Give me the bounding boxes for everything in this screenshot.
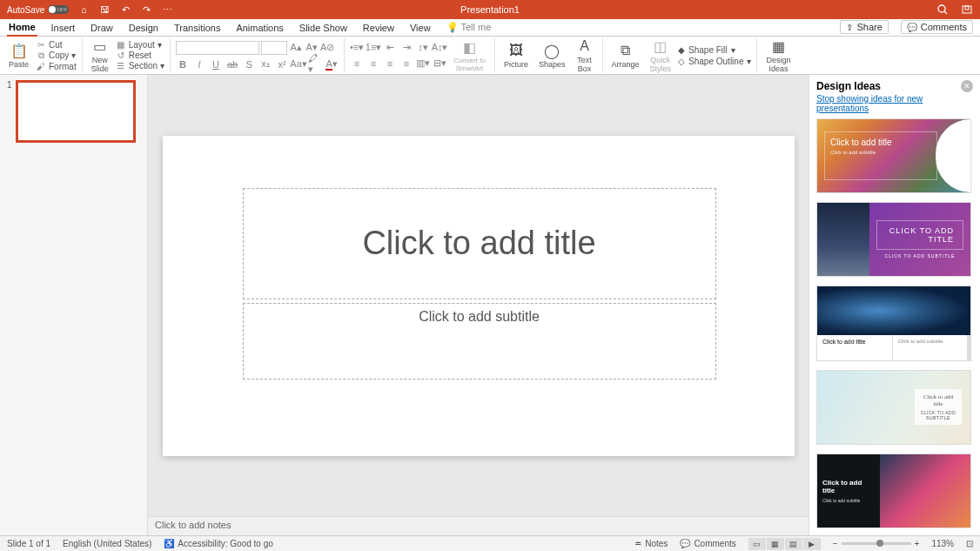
subscript-button[interactable]: x₂ — [258, 58, 272, 71]
title-placeholder[interactable]: Click to add title — [243, 188, 716, 299]
zoom-level[interactable]: 113% — [931, 539, 954, 548]
toggle-switch[interactable]: OFF — [48, 5, 69, 14]
comments-toggle[interactable]: 💬Comments — [680, 539, 735, 548]
convert-smartart-button[interactable]: ◧ Convert to SmartArt — [450, 38, 489, 72]
autosave-label: AutoSave — [7, 5, 44, 15]
superscript-button[interactable]: x² — [275, 58, 289, 71]
tab-review[interactable]: Review — [361, 21, 396, 36]
increase-font-icon[interactable]: A▴ — [289, 41, 303, 55]
close-panel-icon[interactable]: ✕ — [961, 80, 973, 92]
paste-button[interactable]: 📋 Paste — [5, 42, 32, 69]
subtitle-placeholder[interactable]: Click to add subtitle — [243, 303, 716, 380]
language-status[interactable]: English (United States) — [63, 539, 151, 548]
reset-button[interactable]: ↺Reset — [116, 50, 164, 60]
indent-right-button[interactable]: ⇥ — [399, 42, 413, 54]
accessibility-icon: ♿ — [164, 539, 174, 548]
align-text-button[interactable]: ⊟▾ — [433, 57, 446, 70]
tab-transitions[interactable]: Transitions — [172, 21, 222, 36]
shape-outline-button[interactable]: ◇Shape Outline ▾ — [678, 57, 751, 66]
layout-button[interactable]: ▦Layout ▾ — [116, 40, 164, 50]
ribbon-tabs: Home Insert Draw Design Transitions Anim… — [0, 19, 980, 37]
format-painter-button[interactable]: 🖌Format — [36, 62, 77, 71]
new-slide-button[interactable]: ▭ New Slide — [88, 37, 112, 73]
bold-button[interactable]: B — [176, 58, 190, 71]
design-idea-1[interactable]: Click to add titleClick to add subtitle — [816, 118, 971, 193]
tab-tellme[interactable]: 💡 Tell me — [445, 20, 493, 36]
tab-animations[interactable]: Animations — [234, 21, 285, 36]
design-ideas-button[interactable]: ▦Design Ideas — [762, 37, 794, 73]
tab-insert[interactable]: Insert — [50, 21, 77, 36]
font-color-button[interactable]: A▾ — [325, 58, 339, 71]
copy-icon: ⧉ — [36, 50, 46, 61]
design-idea-3[interactable]: Click to add titleClick to add subtitle — [816, 286, 971, 360]
sorter-view-button[interactable]: ▦ — [767, 538, 784, 550]
share-ribbon-icon[interactable] — [961, 3, 973, 16]
slide-canvas-area[interactable]: Click to add title Click to add subtitle — [148, 75, 809, 516]
save-icon[interactable]: 🖫 — [98, 3, 111, 16]
tab-view[interactable]: View — [408, 21, 433, 36]
comments-button[interactable]: 💬Comments — [901, 20, 973, 34]
shape-fill-button[interactable]: ◆Shape Fill ▾ — [678, 45, 751, 55]
notes-toggle[interactable]: ≐Notes — [634, 539, 668, 548]
quick-styles-button[interactable]: ◫Quick Styles — [647, 37, 675, 73]
arrange-button[interactable]: ⧉Arrange — [608, 42, 643, 69]
textbox-button[interactable]: AText Box — [573, 37, 597, 73]
zoom-out-button[interactable]: − — [833, 539, 838, 548]
align-center-button[interactable]: ≡ — [366, 57, 380, 70]
search-icon[interactable] — [936, 3, 949, 16]
fit-to-window-button[interactable]: ⊡ — [966, 539, 973, 548]
svg-line-1 — [944, 11, 947, 14]
stop-showing-link[interactable]: Stop showing ideas for new presentations — [809, 94, 980, 118]
zoom-slider[interactable] — [842, 542, 911, 545]
shadow-button[interactable]: S — [242, 58, 256, 71]
picture-icon: 🖼 — [507, 42, 525, 59]
text-direction-button[interactable]: A↕▾ — [433, 42, 446, 54]
change-case-button[interactable]: Aa▾ — [292, 58, 305, 71]
section-button[interactable]: ☰Section ▾ — [116, 61, 164, 71]
main-area: 1 Click to add title Click to add subtit… — [0, 75, 980, 535]
notes-pane[interactable]: Click to add notes — [148, 516, 809, 535]
slide[interactable]: Click to add title Click to add subtitle — [163, 136, 795, 456]
align-right-button[interactable]: ≡ — [383, 57, 397, 70]
tab-draw[interactable]: Draw — [89, 21, 115, 36]
autosave-toggle[interactable]: AutoSave OFF — [7, 5, 69, 15]
picture-button[interactable]: 🖼Picture — [500, 42, 532, 69]
zoom-in-button[interactable]: + — [915, 539, 920, 548]
redo-icon[interactable]: ↷ — [140, 3, 152, 16]
tab-slideshow[interactable]: Slide Show — [298, 21, 349, 36]
italic-button[interactable]: I — [192, 58, 206, 71]
design-idea-4[interactable]: Click to add titleCLICK TO ADD SUBTITLE — [816, 370, 971, 445]
slide-thumbnail-1[interactable] — [16, 80, 136, 143]
home-icon[interactable]: ⌂ — [77, 3, 90, 16]
cut-button[interactable]: ✂Cut — [36, 40, 77, 50]
fill-icon: ◆ — [678, 45, 685, 55]
tab-design[interactable]: Design — [127, 21, 160, 36]
more-icon[interactable]: ⋯ — [161, 3, 173, 16]
clear-format-icon[interactable]: A⊘ — [320, 41, 334, 55]
align-left-button[interactable]: ≡ — [350, 57, 364, 70]
normal-view-button[interactable]: ▭ — [748, 538, 766, 550]
copy-button[interactable]: ⧉Copy ▾ — [36, 50, 77, 61]
line-spacing-button[interactable]: ↕▾ — [416, 42, 430, 54]
columns-button[interactable]: ▥▾ — [416, 57, 430, 70]
design-idea-2[interactable]: CLICK TO ADD TITLECLICK TO ADD SUBTITLE — [816, 202, 971, 277]
numbering-button[interactable]: 1≡▾ — [366, 42, 380, 54]
strike-button[interactable]: ab — [225, 58, 239, 71]
design-idea-5[interactable]: Click to add titleClick to add subtitle — [816, 454, 971, 528]
bullets-button[interactable]: •≡▾ — [350, 42, 364, 54]
align-justify-button[interactable]: ≡ — [399, 57, 413, 70]
share-button[interactable]: ⇪Share — [840, 20, 888, 34]
shapes-button[interactable]: ◯Shapes — [535, 42, 569, 69]
font-size-input[interactable] — [261, 41, 287, 55]
slideshow-view-button[interactable]: ▶ — [803, 538, 821, 550]
underline-button[interactable]: U — [209, 58, 223, 71]
design-ideas-icon: ▦ — [769, 37, 787, 55]
tab-home[interactable]: Home — [7, 20, 37, 37]
accessibility-status[interactable]: ♿Accessibility: Good to go — [164, 539, 273, 548]
editor-area: Click to add title Click to add subtitle… — [148, 75, 809, 535]
font-name-input[interactable] — [176, 41, 259, 55]
highlight-button[interactable]: 🖍▾ — [308, 58, 322, 71]
reading-view-button[interactable]: ▤ — [785, 538, 802, 550]
indent-left-button[interactable]: ⇤ — [383, 42, 397, 54]
undo-icon[interactable]: ↶ — [119, 3, 131, 16]
